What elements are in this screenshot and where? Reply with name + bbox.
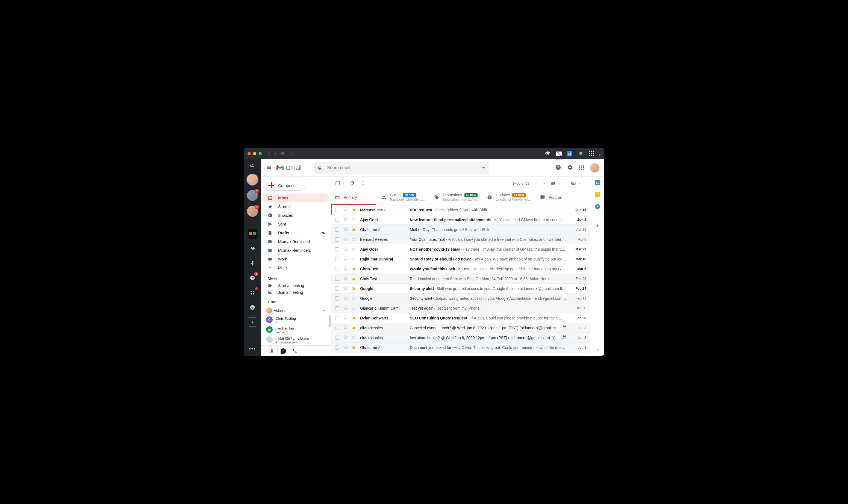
star-icon[interactable] <box>343 227 348 232</box>
account-avatar[interactable] <box>590 163 599 173</box>
dock-app-contacts[interactable] <box>248 229 257 239</box>
hamburger-button[interactable] <box>266 165 271 171</box>
support-button[interactable] <box>555 164 561 172</box>
row-checkbox[interactable] <box>335 336 339 340</box>
importance-marker[interactable] <box>352 277 356 281</box>
workspace-avatar-1[interactable] <box>247 174 258 185</box>
nav-item-starred[interactable]: Starred <box>261 202 329 211</box>
select-all-dropdown[interactable] <box>342 183 344 184</box>
row-checkbox[interactable] <box>335 286 339 291</box>
star-icon[interactable] <box>343 335 348 340</box>
dock-more-button[interactable]: ••• <box>249 346 256 352</box>
mail-row[interactable]: Chris TestWould you find this useful? - … <box>331 264 590 274</box>
row-checkbox[interactable] <box>335 326 339 330</box>
rail-collapse-button[interactable]: › <box>595 347 600 353</box>
importance-marker[interactable] <box>352 306 356 310</box>
rail-keep-icon[interactable] <box>595 192 600 197</box>
nav-item-drafts[interactable]: Drafts76 <box>261 229 329 237</box>
mail-row[interactable]: Ajay GoelNew feature: Send personalized … <box>331 215 590 225</box>
mail-row[interactable]: Dylan SchwartzSEO Consulting Quote Reque… <box>331 313 590 323</box>
start-meeting-button[interactable]: Start a meeting <box>261 282 331 289</box>
nav-item-more[interactable]: More <box>261 264 329 272</box>
dock-add-button[interactable]: ＋ <box>248 317 257 326</box>
chat-item[interactable]: CChris Testinga <box>261 316 331 325</box>
mail-row[interactable]: GoogleSecurity alert - Shift was granted… <box>331 284 590 293</box>
star-icon[interactable] <box>343 266 348 272</box>
workspace-avatar-2[interactable]: 1 <box>247 190 258 201</box>
importance-marker[interactable] <box>352 257 356 261</box>
close-window-button[interactable] <box>248 152 251 155</box>
star-icon[interactable] <box>343 345 348 350</box>
dock-app-facebook[interactable] <box>248 258 257 268</box>
next-page-button[interactable]: › <box>543 181 545 186</box>
input-tools-button[interactable] <box>571 181 586 186</box>
mail-row[interactable]: Giancarlo Klemm Cam.Test yet again - Tes… <box>331 303 590 313</box>
mail-row[interactable]: Olivia, me 2Document you asked for - Hey… <box>331 343 590 353</box>
back-button[interactable]: ‹ <box>268 151 270 157</box>
minimize-window-button[interactable] <box>253 152 256 155</box>
mail-row[interactable]: Mateusz, me 2PDF request - Check gdrive!… <box>331 205 590 215</box>
join-meeting-button[interactable]: Join a meeting <box>261 289 331 295</box>
star-icon[interactable] <box>343 276 348 282</box>
titlebar-dropdown[interactable] <box>599 155 600 156</box>
apps-grid-icon[interactable] <box>588 151 595 157</box>
dock-app-spotify[interactable] <box>248 303 257 312</box>
nav-item-inbox[interactable]: Inbox <box>261 194 329 202</box>
importance-marker[interactable] <box>352 208 356 212</box>
importance-marker[interactable] <box>352 336 356 340</box>
search-box[interactable] <box>314 162 489 174</box>
mail-row[interactable]: olivia.scholesInvitation: Lunch? @ Wed J… <box>331 333 590 343</box>
mail-row[interactable]: Rajkumar DurairajShould I stay or should… <box>331 254 590 264</box>
more-button[interactable] <box>360 180 366 186</box>
importance-marker[interactable] <box>352 346 356 349</box>
row-checkbox[interactable] <box>335 296 339 301</box>
refresh-button[interactable] <box>350 180 355 186</box>
star-icon[interactable] <box>343 325 348 331</box>
star-icon[interactable] <box>343 286 348 291</box>
row-checkbox[interactable] <box>335 267 339 271</box>
mail-row[interactable]: Chris TestRe: - Untitled document Sent w… <box>331 274 590 284</box>
select-all-checkbox[interactable] <box>335 181 340 185</box>
tab-primary[interactable]: Primary <box>331 190 377 205</box>
rail-calendar-icon[interactable]: 31 <box>595 180 600 185</box>
hangouts-tab[interactable] <box>278 346 289 356</box>
row-checkbox[interactable] <box>335 247 339 251</box>
contacts-tab[interactable] <box>266 346 278 356</box>
chat-item[interactable]: mkfair05@gmail.com✉ Invitation sent <box>261 335 331 345</box>
star-icon[interactable] <box>343 315 348 321</box>
star-icon[interactable] <box>343 295 348 301</box>
maximize-window-button[interactable] <box>259 152 262 155</box>
importance-marker[interactable] <box>352 228 356 232</box>
nav-item-mixmax-reminded[interactable]: Mixmax Reminded <box>261 237 329 246</box>
row-checkbox[interactable] <box>335 276 339 281</box>
row-checkbox[interactable] <box>335 237 339 241</box>
nav-item-snoozed[interactable]: Snoozed <box>261 211 329 220</box>
layers-icon[interactable] <box>545 151 551 157</box>
chat-user-dropdown[interactable]: Aidan ＋ <box>261 306 331 316</box>
chat-item[interactable]: mmeghan fairYou: am* <box>261 325 331 335</box>
workspace-avatar-3[interactable]: 1 <box>247 206 258 217</box>
importance-marker[interactable] <box>352 287 356 290</box>
rail-tasks-icon[interactable]: ✓ <box>595 204 600 210</box>
row-checkbox[interactable] <box>335 228 339 232</box>
tab-forums[interactable]: Forums <box>536 190 575 205</box>
mail-row[interactable]: olivia.scholesCanceled event: Lunch? @ W… <box>331 323 590 333</box>
row-checkbox[interactable] <box>335 316 339 320</box>
dock-app-messenger[interactable]: 1 <box>248 273 257 283</box>
star-icon[interactable] <box>343 207 348 213</box>
prev-page-button[interactable]: ‹ <box>535 181 537 186</box>
dock-app-grid[interactable] <box>248 288 257 298</box>
mail-row[interactable]: Ajay GoelNOT another covid-19 email - He… <box>331 244 590 254</box>
google-apps-button[interactable] <box>579 165 584 170</box>
rail-addons-button[interactable]: ＋ <box>595 223 600 228</box>
importance-marker[interactable] <box>352 247 356 251</box>
importance-marker[interactable] <box>352 237 356 241</box>
row-checkbox[interactable] <box>335 257 339 261</box>
compose-button[interactable]: Compose <box>264 180 305 190</box>
phone-tab[interactable] <box>289 346 301 356</box>
mail-row[interactable]: Olivia, me 2Mother Day - That sounds gre… <box>331 225 590 235</box>
search-options-caret[interactable] <box>482 167 485 168</box>
mail-row[interactable]: GoogleSecurity alert - Dialpad was grant… <box>331 293 590 303</box>
importance-marker[interactable] <box>352 218 356 222</box>
gmail-logo[interactable]: Gmail <box>276 164 301 172</box>
